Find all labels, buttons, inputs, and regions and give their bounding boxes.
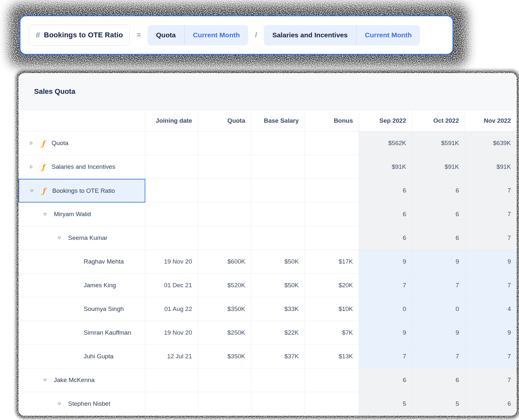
month-value-cell[interactable]: $591K [412, 131, 465, 155]
month-value-cell[interactable]: 7 [412, 345, 465, 368]
value-cell[interactable]: $33K [251, 297, 305, 321]
row-name-cell[interactable]: James King [18, 274, 145, 297]
modifier-token[interactable]: Current Month [184, 25, 248, 45]
collapse-toggle-icon[interactable] [56, 401, 63, 406]
row-name-cell[interactable]: ƒSalaries and Incentives [18, 155, 145, 179]
value-cell[interactable]: $20K [305, 274, 359, 297]
collapse-toggle-icon[interactable] [56, 235, 63, 241]
value-cell[interactable] [145, 392, 198, 416]
value-cell[interactable]: $37K [251, 345, 305, 368]
column-header-7[interactable]: Nov 2022 [465, 110, 517, 131]
value-cell[interactable]: 19 Nov 20 [145, 250, 198, 274]
month-value-cell[interactable]: 7 [465, 203, 517, 226]
month-value-cell[interactable]: $91K [465, 155, 517, 179]
month-value-cell[interactable]: 6 [465, 392, 517, 416]
value-cell[interactable]: $520K [198, 274, 251, 297]
row-name-cell[interactable]: Raghav Mehta [18, 250, 145, 274]
month-value-cell[interactable]: 6 [359, 226, 412, 250]
metric-token[interactable]: Salaries and Incentives [264, 25, 356, 45]
month-value-cell[interactable]: 7 [412, 274, 465, 297]
month-value-cell[interactable]: 6 [359, 368, 412, 392]
month-value-cell[interactable]: 0 [412, 297, 465, 321]
value-cell[interactable] [305, 203, 359, 226]
value-cell[interactable] [145, 179, 198, 203]
row-name-cell[interactable]: ƒQuota [18, 131, 145, 155]
month-value-cell[interactable]: 9 [465, 321, 517, 345]
month-value-cell[interactable]: $91K [359, 155, 412, 179]
value-cell[interactable] [198, 203, 251, 226]
column-header-0[interactable] [18, 110, 145, 131]
value-cell[interactable] [251, 155, 305, 179]
value-cell[interactable] [251, 179, 305, 203]
value-cell[interactable] [305, 131, 359, 155]
month-value-cell[interactable]: $562K [359, 131, 412, 155]
month-value-cell[interactable]: 7 [465, 179, 517, 203]
metric-token[interactable]: Quota [148, 25, 184, 45]
value-cell[interactable] [145, 131, 198, 155]
row-name-cell[interactable]: Jake McKenna [18, 368, 145, 392]
column-header-3[interactable]: Base Salary [251, 110, 305, 131]
value-cell[interactable]: $10K [305, 297, 359, 321]
row-name-cell[interactable]: Juhi Gupta [18, 345, 145, 368]
month-value-cell[interactable]: 6 [359, 179, 412, 203]
value-cell[interactable]: $350K [198, 345, 251, 368]
value-cell[interactable] [198, 179, 251, 203]
row-name-cell[interactable]: ƒBookings to OTE Ratio [18, 179, 145, 203]
value-cell[interactable]: $600K [198, 250, 251, 274]
value-cell[interactable]: 19 Nov 20 [145, 321, 198, 345]
column-header-4[interactable]: Bonus [305, 110, 359, 131]
value-cell[interactable]: $7K [305, 321, 359, 345]
modifier-token[interactable]: Current Month [356, 25, 420, 45]
column-header-1[interactable]: Joining date [145, 110, 198, 131]
value-cell[interactable] [145, 226, 198, 250]
month-value-cell[interactable]: 7 [465, 274, 517, 297]
value-cell[interactable]: $17K [305, 250, 359, 274]
value-cell[interactable] [145, 155, 198, 179]
month-value-cell[interactable]: 6 [412, 368, 465, 392]
month-value-cell[interactable]: 9 [359, 321, 412, 345]
value-cell[interactable] [198, 131, 251, 155]
month-value-cell[interactable]: 6 [412, 179, 465, 203]
value-cell[interactable] [305, 179, 359, 203]
month-value-cell[interactable]: $91K [412, 155, 465, 179]
divide-operator[interactable]: / [254, 31, 258, 39]
month-value-cell[interactable]: 5 [359, 392, 412, 416]
value-cell[interactable]: $350K [198, 297, 251, 321]
column-header-5[interactable]: Sep 2022 [359, 110, 412, 131]
month-value-cell[interactable]: 6 [412, 226, 465, 250]
value-cell[interactable] [305, 226, 359, 250]
collapse-toggle-icon[interactable] [28, 188, 35, 193]
value-cell[interactable] [198, 392, 251, 416]
row-name-cell[interactable]: Miryam Walid [18, 203, 145, 226]
month-value-cell[interactable]: 6 [359, 203, 412, 226]
formula-name-chip[interactable]: # Bookings to OTE Ratio [29, 25, 130, 46]
value-cell[interactable]: $50K [251, 274, 305, 297]
value-cell[interactable] [305, 368, 359, 392]
formula-operand-quota[interactable]: Quota Current Month [148, 25, 248, 45]
month-value-cell[interactable]: 7 [465, 345, 517, 368]
column-header-6[interactable]: Oct 2022 [412, 110, 465, 131]
value-cell[interactable] [198, 226, 251, 250]
row-name-cell[interactable]: Soumya Singh [18, 297, 145, 321]
row-name-cell[interactable]: Simran Kauffman [18, 321, 145, 345]
column-header-2[interactable]: Quota [198, 110, 251, 131]
month-value-cell[interactable]: 7 [465, 368, 517, 392]
formula-operand-salaries[interactable]: Salaries and Incentives Current Month [264, 25, 420, 45]
value-cell[interactable] [251, 131, 305, 155]
value-cell[interactable]: $250K [198, 321, 251, 345]
month-value-cell[interactable]: 9 [465, 250, 517, 274]
value-cell[interactable] [251, 203, 305, 226]
expand-toggle-icon[interactable] [28, 141, 35, 146]
month-value-cell[interactable]: 6 [412, 203, 465, 226]
value-cell[interactable]: 01 Aug 22 [145, 297, 198, 321]
month-value-cell[interactable]: 5 [412, 392, 465, 416]
month-value-cell[interactable]: $639K [465, 131, 517, 155]
expand-toggle-icon[interactable] [28, 164, 35, 169]
value-cell[interactable] [305, 392, 359, 416]
value-cell[interactable]: 01 Dec 21 [145, 274, 198, 297]
value-cell[interactable] [251, 226, 305, 250]
month-value-cell[interactable]: 7 [359, 345, 412, 368]
row-name-cell[interactable]: Seema Kumar [18, 226, 145, 250]
value-cell[interactable] [198, 368, 251, 392]
value-cell[interactable]: 12 Jul 21 [145, 345, 198, 368]
